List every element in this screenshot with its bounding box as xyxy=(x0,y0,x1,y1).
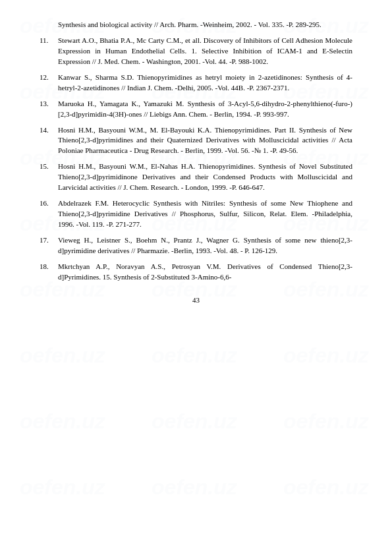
list-item: 14. Hosni H.M., Basyouni W.M., M. El-Bay… xyxy=(40,125,352,157)
list-item: 12. Kanwar S., Sharma S.D. Thienopyrimid… xyxy=(40,73,352,94)
ref-number xyxy=(40,20,58,30)
svg-text:oefen.uz: oefen.uz xyxy=(152,409,238,433)
ref-number: 17. xyxy=(40,235,58,256)
ref-text: Hosni H.M., Basyouni W.M., M. El-Bayouki… xyxy=(58,125,352,157)
list-item: 16. Abdelrazek F.M. Heterocyclic Synthes… xyxy=(40,198,352,230)
list-item: Synthesis and biological activity // Arc… xyxy=(40,20,352,30)
ref-number: 14. xyxy=(40,125,58,157)
ref-text: Mkrtchyan A.P., Noravyan A.S., Petrosyan… xyxy=(58,262,352,283)
svg-text:oefen.uz: oefen.uz xyxy=(20,409,106,433)
ref-number: 16. xyxy=(40,198,58,230)
ref-text: Stewart A.O., Bhatia P.A., Mc Carty C.M.… xyxy=(58,36,352,67)
list-item: 11. Stewart A.O., Bhatia P.A., Mc Carty … xyxy=(40,36,352,67)
main-content: Synthesis and biological activity // Arc… xyxy=(40,20,352,304)
svg-text:oefen.uz: oefen.uz xyxy=(283,475,370,499)
svg-text:oefen.uz: oefen.uz xyxy=(283,343,370,367)
ref-text: Vieweg H., Leistner S., Boehm N., Prantz… xyxy=(58,235,352,256)
ref-text: Abdelrazek F.M. Heterocyclic Synthesis w… xyxy=(58,198,352,230)
svg-text:oefen.uz: oefen.uz xyxy=(152,343,238,367)
ref-text: Synthesis and biological activity // Arc… xyxy=(58,20,322,30)
ref-number: 15. xyxy=(40,161,58,193)
list-item: 13. Maruoka H., Yamagata K., Yamazuki M.… xyxy=(40,99,352,120)
ref-text: Hosni H.M., Basyouni W.M., El-Nahas H.A.… xyxy=(58,161,352,193)
page-number-container: 43 xyxy=(40,296,352,304)
page-number: 43 xyxy=(192,296,200,304)
reference-list: Synthesis and biological activity // Arc… xyxy=(40,20,352,283)
page: oefen.uz oefen.uz oefen.uz oefen.uz oefe… xyxy=(0,0,392,555)
ref-number: 12. xyxy=(40,73,58,94)
ref-text: Maruoka H., Yamagata K., Yamazuki M. Syn… xyxy=(58,99,352,120)
svg-text:oefen.uz: oefen.uz xyxy=(20,475,106,499)
svg-text:oefen.uz: oefen.uz xyxy=(20,343,106,367)
list-item: 17. Vieweg H., Leistner S., Boehm N., Pr… xyxy=(40,235,352,256)
ref-number: 18. xyxy=(40,262,58,283)
svg-text:oefen.uz: oefen.uz xyxy=(152,475,238,499)
ref-number: 11. xyxy=(40,36,58,67)
list-item: 18. Mkrtchyan A.P., Noravyan A.S., Petro… xyxy=(40,262,352,283)
ref-text: Kanwar S., Sharma S.D. Thienopyrimidines… xyxy=(58,73,352,94)
list-item: 15. Hosni H.M., Basyouni W.M., El-Nahas … xyxy=(40,161,352,193)
svg-text:oefen.uz: oefen.uz xyxy=(283,409,370,433)
ref-number: 13. xyxy=(40,99,58,120)
